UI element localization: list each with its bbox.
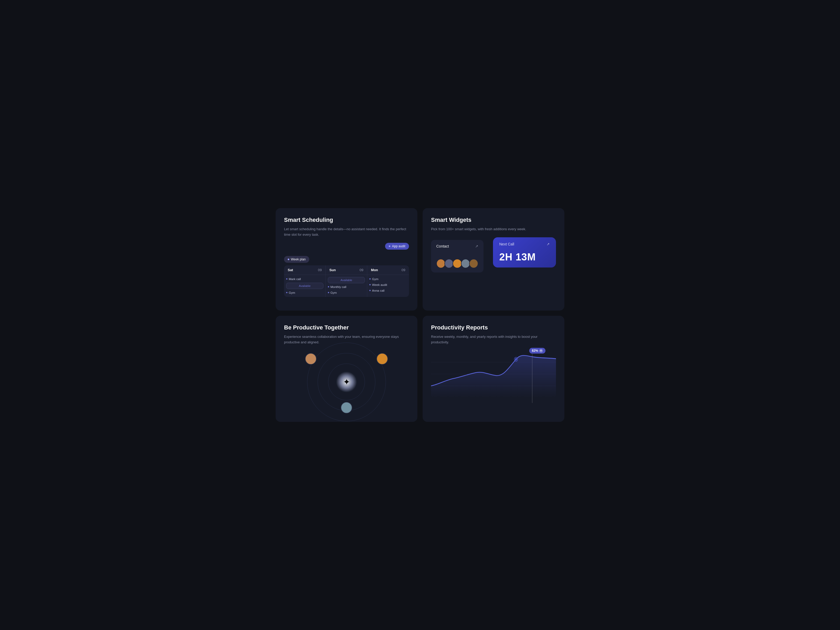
week-plan-pill[interactable]: Week plan — [284, 256, 309, 263]
avatar-bottom — [341, 402, 352, 414]
cal-header-sat: Sat 09 — [284, 265, 326, 275]
chart-area: 82% + — [431, 351, 556, 403]
widgets-desc: Pick from 100+ smart widgets, with fresh… — [431, 227, 556, 232]
chart-vertical-line — [532, 353, 533, 403]
scheduling-desc: Let smart scheduling handle the details—… — [284, 227, 409, 238]
cal-available-sun: Available — [328, 277, 365, 283]
cal-item-gym-sat: Gym — [286, 291, 324, 295]
calendar-table: Sat 09 Sun 09 Mon 09 — [284, 265, 409, 297]
avatar — [436, 259, 445, 268]
pill-dot-2 — [389, 245, 390, 247]
scheduling-title: Smart Scheduling — [284, 216, 409, 223]
badge-plus-icon: + — [539, 349, 543, 352]
cal-item-week-audit: Week audit — [369, 283, 407, 287]
cal-col-mon: Gym Week audit Anna call — [367, 275, 409, 297]
cal-dot — [369, 290, 371, 291]
cal-item-anna: Anna call — [369, 289, 407, 293]
cal-dot — [369, 278, 371, 279]
reports-card: Productivity Reports Receive weekly, mon… — [423, 316, 564, 422]
shield-center: ✦ — [336, 371, 357, 392]
scheduling-inner: Week plan App audit Sat 09 Sun 09 — [284, 243, 409, 297]
avatar-top-right — [376, 353, 388, 365]
num-sun: 09 — [360, 268, 363, 272]
contact-avatars — [436, 259, 478, 268]
cal-dot — [286, 278, 287, 279]
cal-header: Sat 09 Sun 09 Mon 09 — [284, 265, 409, 275]
cal-item-gym-sun: Gym — [328, 291, 365, 295]
shield-icon: ✦ — [343, 377, 350, 387]
arrow-icon-2: ↗ — [546, 242, 549, 246]
cal-header-sun: Sun 09 — [326, 265, 368, 275]
avatar — [444, 259, 453, 268]
avatar-top-left — [305, 353, 317, 365]
cal-available-sat: Available — [286, 283, 324, 289]
reports-desc: Receive weekly, monthly, and yearly repo… — [431, 334, 556, 345]
cal-item-gym-mon: Gym — [369, 277, 407, 281]
cal-item-monthly: Monthly call — [328, 285, 365, 289]
cal-col-sun: Available Monthly call Gym — [326, 275, 368, 297]
cal-item: Mark call — [286, 277, 324, 281]
next-call-row: Next Call ↗ — [499, 242, 549, 246]
cal-dot — [328, 286, 329, 287]
day-sat: Sat — [288, 268, 293, 272]
num-mon: 09 — [402, 268, 405, 272]
chart-peak-dot — [515, 358, 517, 360]
cal-dot — [286, 292, 287, 293]
widget-contact-row: Contact ↗ — [436, 244, 478, 248]
widget-contact[interactable]: Contact ↗ — [431, 240, 483, 273]
avatar — [453, 259, 462, 268]
cal-body: Mark call Available Gym Available — [284, 275, 409, 297]
day-mon: Mon — [371, 268, 378, 272]
arrow-icon: ↗ — [475, 244, 478, 248]
widget-next-call[interactable]: Next Call ↗ 2H 13M — [493, 237, 556, 267]
reports-title: Productivity Reports — [431, 324, 556, 331]
widgets-card: Smart Widgets Pick from 100+ smart widge… — [423, 208, 564, 311]
cal-dot — [328, 292, 329, 293]
next-call-time: 2H 13M — [499, 251, 549, 263]
day-sun: Sun — [330, 268, 336, 272]
pill-row: Week plan App audit — [284, 243, 409, 249]
cal-dot — [369, 284, 371, 285]
cal-header-mon: Mon 09 — [367, 265, 409, 275]
contact-label: Contact — [436, 244, 449, 248]
scheduling-card: Smart Scheduling Let smart scheduling ha… — [276, 208, 417, 311]
num-sat: 09 — [318, 268, 322, 272]
avatar — [461, 259, 470, 268]
cal-col-sat: Mark call Available Gym — [284, 275, 326, 297]
together-card: Be Productive Together Experience seamle… — [276, 316, 417, 422]
widgets-title: Smart Widgets — [431, 216, 556, 223]
productivity-badge: 82% + — [529, 348, 545, 354]
productivity-chart — [431, 351, 556, 398]
app-audit-pill[interactable]: App audit — [385, 243, 409, 249]
together-visual: ✦ — [284, 351, 409, 414]
pill-dot — [288, 259, 289, 260]
together-title: Be Productive Together — [284, 324, 409, 331]
main-grid: Smart Scheduling Let smart scheduling ha… — [276, 208, 564, 422]
next-call-label: Next Call — [499, 242, 514, 246]
widget-area: Contact ↗ Next Call ↗ 2H 13M — [431, 237, 556, 295]
avatar — [469, 259, 478, 268]
